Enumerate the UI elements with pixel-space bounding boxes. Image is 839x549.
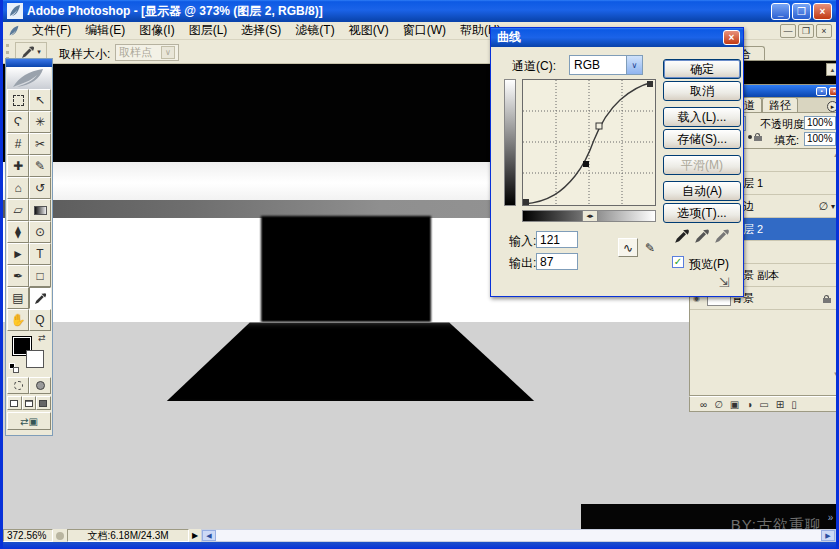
input-gradient-bar: ◂▸ [522, 210, 656, 222]
chevron-down-icon: ∨ [626, 56, 642, 74]
ok-button[interactable]: 确定 [663, 59, 741, 79]
zoom-tool[interactable]: Q [29, 309, 51, 331]
minimize-button[interactable]: _ [771, 3, 790, 20]
white-point-eyedropper[interactable] [714, 228, 730, 244]
eraser-tool[interactable]: ▱ [7, 199, 29, 221]
standard-screen-button[interactable] [7, 396, 22, 410]
close-button[interactable]: × [813, 3, 832, 20]
maximize-button[interactable]: ❐ [792, 3, 811, 20]
shape-icon: □ [36, 269, 43, 283]
black-point-eyedropper[interactable] [674, 228, 690, 244]
link-layers-icon[interactable]: ∞ [700, 399, 707, 410]
path-selection-tool[interactable]: ► [7, 243, 29, 265]
magic-wand-tool[interactable]: ✳ [29, 111, 51, 133]
move-tool[interactable]: ↖ [29, 89, 51, 111]
palette-menu-icon[interactable]: ▸ [827, 101, 838, 112]
save-button[interactable]: 存储(S)... [663, 129, 741, 149]
default-colors-icon[interactable] [9, 363, 19, 373]
menu-window[interactable]: 窗口(W) [396, 21, 453, 40]
healing-brush-tool[interactable]: ✚ [7, 155, 29, 177]
gradient-direction-toggle[interactable]: ◂▸ [582, 210, 598, 222]
scroll-up-icon[interactable]: ▲ [833, 152, 839, 158]
dialog-resize-icon[interactable]: ⇲ [719, 275, 730, 290]
slice-tool[interactable]: ✂ [29, 133, 51, 155]
delete-layer-icon[interactable]: ▯ [791, 399, 797, 410]
channel-select[interactable]: RGB ∨ [569, 55, 643, 75]
menu-select[interactable]: 选择(S) [234, 21, 288, 40]
pen-tool[interactable]: ✒ [7, 265, 29, 287]
hand-icon: ✋ [11, 313, 26, 327]
jump-to-imageready-button[interactable]: ⇄▣ [7, 412, 51, 430]
crop-tool[interactable]: # [7, 133, 29, 155]
output-field[interactable]: 87 [536, 253, 578, 270]
fullscreen-menubar-button[interactable] [22, 396, 37, 410]
dodge-tool[interactable]: ⊙ [29, 221, 51, 243]
palette-minimize-button[interactable]: ▪ [816, 87, 827, 96]
gradient-tool[interactable] [29, 199, 51, 221]
palette-close-button[interactable]: × [829, 87, 839, 96]
menu-edit[interactable]: 编辑(E) [78, 21, 132, 40]
curve-grid[interactable] [522, 79, 656, 206]
menu-file[interactable]: 文件(F) [25, 21, 78, 40]
preview-checkbox[interactable]: ✓ [672, 256, 684, 268]
doc-close-button[interactable]: × [816, 24, 832, 38]
curve-point-tool-button[interactable]: ∿ [618, 238, 638, 257]
doc-restore-button[interactable]: ❐ [798, 24, 814, 38]
zoom-level-field[interactable]: 372.56% [3, 529, 53, 542]
menu-filter[interactable]: 滤镜(T) [288, 21, 341, 40]
scroll-right-icon[interactable]: ▶ [821, 530, 835, 541]
shape-tool[interactable]: □ [29, 265, 51, 287]
fx-collapse-icon[interactable]: ▾ [831, 202, 835, 211]
layer-group-icon[interactable]: ▭ [759, 399, 768, 410]
doc-minimize-button[interactable]: — [780, 24, 796, 38]
background-color-swatch[interactable] [26, 350, 44, 368]
fullscreen-button[interactable] [36, 396, 51, 410]
curve-pencil-tool-button[interactable]: ✎ [640, 238, 660, 257]
hand-tool[interactable]: ✋ [7, 309, 29, 331]
notes-tool[interactable]: ▤ [7, 287, 29, 309]
scroll-left-icon[interactable]: ◀ [202, 530, 216, 541]
status-popup-arrow[interactable]: ▶ [189, 531, 201, 540]
rectangular-marquee-tool[interactable] [7, 89, 29, 111]
brush-tool[interactable]: ✎ [29, 155, 51, 177]
curve-endpoint-low[interactable] [523, 199, 529, 205]
scroll-down-icon[interactable]: ▼ [833, 371, 839, 377]
menu-layer[interactable]: 图层(L) [182, 21, 235, 40]
lock-icon[interactable] [754, 133, 762, 141]
layer-mask-icon[interactable]: ▣ [730, 399, 739, 410]
curve-point-selected[interactable] [583, 161, 589, 167]
imageready-icon: ⇄▣ [20, 416, 38, 427]
lasso-tool[interactable]: Ϛ [7, 111, 29, 133]
load-button[interactable]: 载入(L)... [663, 107, 741, 127]
curve-endpoint-high[interactable] [647, 81, 653, 87]
new-layer-icon[interactable]: ⊞ [776, 399, 784, 410]
scroll-up-icon[interactable]: ▲ [826, 63, 839, 76]
input-field[interactable]: 121 [536, 231, 578, 248]
curve-point[interactable] [596, 123, 602, 129]
opacity-value[interactable]: 100% [804, 116, 836, 130]
adjustment-layer-icon[interactable]: ◑ [746, 399, 752, 410]
quick-mask-mode-button[interactable] [29, 377, 51, 394]
curves-dialog-titlebar[interactable]: 曲线 × [491, 28, 743, 47]
dialog-close-icon[interactable]: × [723, 30, 740, 45]
menu-view[interactable]: 视图(V) [342, 21, 396, 40]
tab-paths[interactable]: 路径 [762, 97, 798, 112]
gray-point-eyedropper[interactable] [694, 228, 710, 244]
eyedropper-tool[interactable] [29, 287, 51, 309]
swap-colors-icon[interactable]: ⇄ [38, 333, 46, 343]
sample-size-select[interactable]: 取样点 ∨ [115, 44, 179, 61]
cancel-button[interactable]: 取消 [663, 81, 741, 101]
menu-image[interactable]: 图像(I) [132, 21, 181, 40]
history-brush-tool[interactable]: ↺ [29, 177, 51, 199]
clone-stamp-tool[interactable]: ⌂ [7, 177, 29, 199]
type-tool[interactable]: T [29, 243, 51, 265]
options-button[interactable]: 选项(T)... [663, 203, 741, 223]
horizontal-scrollbar[interactable]: ◀ ▶ [201, 529, 836, 542]
standard-mode-button[interactable] [7, 377, 29, 394]
toolbox-titlebar[interactable] [6, 59, 52, 67]
blur-tool[interactable]: ⧫ [7, 221, 29, 243]
auto-button[interactable]: 自动(A) [663, 181, 741, 201]
layer-style-icon[interactable]: ∅ [714, 399, 723, 410]
fill-value[interactable]: 100% [804, 132, 836, 146]
layer-style-badge[interactable]: ∅ ▾ [818, 200, 835, 213]
